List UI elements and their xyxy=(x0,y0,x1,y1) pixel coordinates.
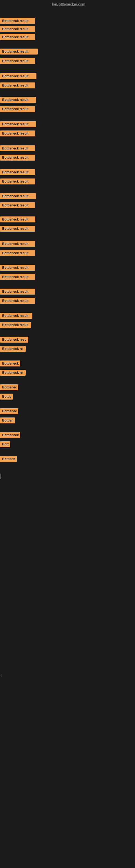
bottleneck-bar-row: Bottleneck result xyxy=(0,130,35,137)
bottleneck-result-bar[interactable]: Bottlene xyxy=(0,456,17,462)
bottleneck-bar-row: Bottleneck result xyxy=(0,226,35,233)
bottleneck-result-bar[interactable]: Bottlen xyxy=(0,417,15,424)
bottleneck-result-bar[interactable]: Bottleneck result xyxy=(0,179,35,184)
bottleneck-bar-row: Bottleneck xyxy=(0,432,20,439)
small-label: 0 xyxy=(1,674,2,677)
bottleneck-bar-row: Bottleneck result xyxy=(0,97,36,104)
bottleneck-result-bar[interactable]: Bottleneck result xyxy=(0,169,35,175)
bottleneck-bar-row: Bottleneck result xyxy=(0,121,36,128)
bottleneck-result-bar[interactable]: Bottleneck re xyxy=(0,370,26,376)
bottleneck-bar-row: Bottleneck result xyxy=(0,179,35,186)
bottleneck-bar-row: Bottlenec xyxy=(0,408,18,415)
bottleneck-result-bar[interactable]: Bottleneck result xyxy=(0,73,37,79)
bottleneck-result-bar[interactable]: Bottleneck xyxy=(0,432,20,438)
bottleneck-result-bar[interactable]: Bottleneck result xyxy=(0,313,32,319)
bottleneck-bar-row: Bottlen xyxy=(0,417,15,425)
bottleneck-bar-row: Bottleneck result xyxy=(0,83,35,90)
bottleneck-result-bar[interactable]: Bottleneck result xyxy=(0,203,35,208)
bottleneck-result-bar[interactable]: Bott xyxy=(0,441,10,447)
bottleneck-result-bar[interactable]: Bottleneck result xyxy=(0,241,35,247)
bottleneck-bar-row: Bottleneck result xyxy=(0,18,35,25)
bottleneck-result-bar[interactable]: Bottleneck result xyxy=(0,226,35,231)
bottleneck-result-bar[interactable]: Bottleneck result xyxy=(0,265,35,271)
bottleneck-bar-row: Bottle xyxy=(0,394,13,401)
bottleneck-result-bar[interactable]: Bottleneck result xyxy=(0,34,35,40)
bottleneck-bar-row: Bottleneck re xyxy=(0,346,26,353)
bottleneck-result-bar[interactable]: Bottleneck result xyxy=(0,145,35,151)
bottleneck-result-bar[interactable]: Bottleneck result xyxy=(0,97,36,103)
bottleneck-result-bar[interactable]: Bottleneck result xyxy=(0,250,35,256)
bottleneck-result-bar[interactable]: Bottleneck result xyxy=(0,155,35,161)
cursor-line xyxy=(1,474,1,479)
bottleneck-bar-row: Bottleneck result xyxy=(0,265,35,272)
bottleneck-bar-row: Bottleneck resu xyxy=(0,337,28,344)
bottleneck-result-bar[interactable]: Bottleneck result xyxy=(0,298,35,304)
bottleneck-result-bar[interactable]: Bottleneck result xyxy=(0,216,35,222)
bottleneck-result-bar[interactable]: Bottleneck result xyxy=(0,289,35,294)
bottleneck-result-bar[interactable]: Bottlenec xyxy=(0,408,18,414)
bottleneck-result-bar[interactable]: Bottleneck result xyxy=(0,49,38,55)
bottleneck-bar-row: Bottleneck result xyxy=(0,241,35,248)
bottleneck-bar-row: Bottleneck result xyxy=(0,250,35,257)
bottleneck-result-bar[interactable]: Bottleneck result xyxy=(0,18,35,24)
bottleneck-bar-row: Bottleneck result xyxy=(0,169,35,176)
bottleneck-bar-row: Bottleneck result xyxy=(0,322,31,329)
bottleneck-bar-row: Bottleneck result xyxy=(0,203,35,209)
bottleneck-bar-row: Bottleneck result xyxy=(0,313,32,320)
site-title: TheBottlenecker.com xyxy=(0,0,135,10)
bottleneck-result-bar[interactable]: Bottleneck re xyxy=(0,346,26,352)
bottleneck-bar-row: Bottleneck re xyxy=(0,370,26,377)
bottleneck-result-bar[interactable]: Bottleneck result xyxy=(0,26,35,32)
bottleneck-result-bar[interactable]: Bottleneck result xyxy=(0,106,35,112)
bottleneck-bar-row: Bott xyxy=(0,441,10,448)
bottleneck-bar-row: Bottleneck xyxy=(0,361,20,368)
bottleneck-result-bar[interactable]: Bottleneck result xyxy=(0,322,31,328)
bottleneck-bar-row: Bottleneck result xyxy=(0,49,38,56)
bottleneck-bar-row: Bottleneck result xyxy=(0,155,35,162)
bottleneck-bar-row: Bottleneck result xyxy=(0,193,36,200)
bottleneck-result-bar[interactable]: Bottleneck result xyxy=(0,58,35,64)
bottleneck-result-bar[interactable]: Bottleneck resu xyxy=(0,337,28,343)
bottleneck-result-bar[interactable]: Bottleneck result xyxy=(0,83,35,88)
bottleneck-bar-row: Bottlenec xyxy=(0,384,18,392)
bottleneck-bar-row: Bottleneck result xyxy=(0,289,35,296)
bottleneck-result-bar[interactable]: Bottleneck result xyxy=(0,274,35,280)
bottleneck-bar-row: Bottleneck result xyxy=(0,216,35,223)
bottleneck-bar-row: Bottleneck result xyxy=(0,58,35,65)
bottleneck-bar-row: Bottleneck result xyxy=(0,106,35,113)
bottleneck-result-bar[interactable]: Bottleneck xyxy=(0,361,20,367)
bottleneck-result-bar[interactable]: Bottleneck result xyxy=(0,193,36,199)
bottleneck-bar-row: Bottleneck result xyxy=(0,274,35,281)
bottleneck-result-bar[interactable]: Bottle xyxy=(0,394,13,400)
bottleneck-bar-row: Bottleneck result xyxy=(0,34,35,41)
bottleneck-result-bar[interactable]: Bottleneck result xyxy=(0,121,36,127)
bottleneck-bar-row: Bottleneck result xyxy=(0,73,37,80)
bottleneck-bar-row: Bottleneck result xyxy=(0,298,35,305)
bottleneck-bar-row: Bottlene xyxy=(0,456,17,463)
bottleneck-bar-row: Bottleneck result xyxy=(0,26,35,33)
bottleneck-result-bar[interactable]: Bottleneck result xyxy=(0,130,35,136)
bottleneck-bar-row: Bottleneck result xyxy=(0,145,35,152)
bottleneck-result-bar[interactable]: Bottlenec xyxy=(0,384,18,390)
